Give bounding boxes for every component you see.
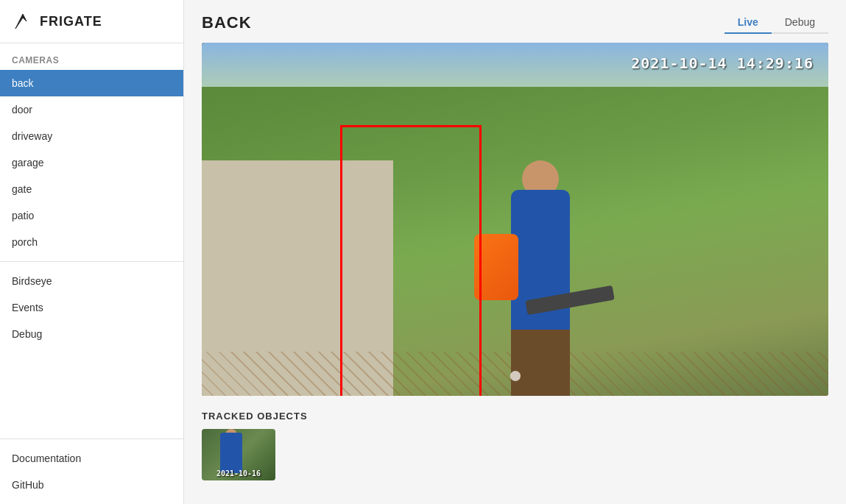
camera-driveway[interactable]: driveway <box>0 123 183 149</box>
sidebar-divider-1 <box>0 261 183 262</box>
motion-indicator <box>510 371 521 381</box>
camera-door[interactable]: door <box>0 96 183 123</box>
frigate-logo-icon <box>12 10 34 32</box>
thumbnail-timestamp: 2021-10-16 <box>216 469 261 478</box>
main-header: BACK Live Debug <box>202 12 828 34</box>
blower-body <box>474 234 518 300</box>
sidebar-bottom: Documentation GitHub <box>0 439 183 504</box>
tab-debug[interactable]: Debug <box>772 12 828 34</box>
sidebar-item-github[interactable]: GitHub <box>0 472 183 498</box>
person-body <box>511 190 570 337</box>
sidebar: FRIGATE Cameras back door driveway garag… <box>0 0 184 504</box>
person-figure <box>482 160 629 396</box>
person-legs <box>511 330 570 396</box>
camera-back[interactable]: back <box>0 70 183 96</box>
camera-garage[interactable]: garage <box>0 149 183 176</box>
app-name: FRIGATE <box>40 14 102 29</box>
tracked-object-thumbnail-1[interactable]: 2021-10-16 <box>202 429 275 480</box>
tracked-objects-list: 2021-10-16 <box>202 429 828 480</box>
main-content: BACK Live Debug 2021-10-14 14:29 <box>184 0 846 504</box>
logo-container: FRIGATE <box>0 0 183 43</box>
sidebar-item-birdseye[interactable]: Birdseye <box>0 268 183 294</box>
page-title: BACK <box>202 13 252 32</box>
camera-timestamp: 2021-10-14 14:29:16 <box>631 54 814 72</box>
tracked-objects-title: TRACKED OBJECTS <box>202 411 828 422</box>
sidebar-item-documentation[interactable]: Documentation <box>0 445 183 472</box>
camera-porch[interactable]: porch <box>0 229 183 255</box>
camera-feed: 2021-10-14 14:29:16 <box>202 43 828 396</box>
thumbnail-person <box>220 433 242 473</box>
cameras-section-label: Cameras <box>0 43 183 70</box>
sidebar-item-events[interactable]: Events <box>0 294 183 321</box>
camera-gate[interactable]: gate <box>0 176 183 202</box>
camera-patio[interactable]: patio <box>0 202 183 229</box>
sidebar-item-debug[interactable]: Debug <box>0 321 183 347</box>
tracked-objects-section: TRACKED OBJECTS 2021-10-16 <box>202 411 828 480</box>
tab-live[interactable]: Live <box>725 12 772 34</box>
camera-feed-container: 2021-10-14 14:29:16 <box>202 43 828 396</box>
tab-group: Live Debug <box>725 12 828 34</box>
